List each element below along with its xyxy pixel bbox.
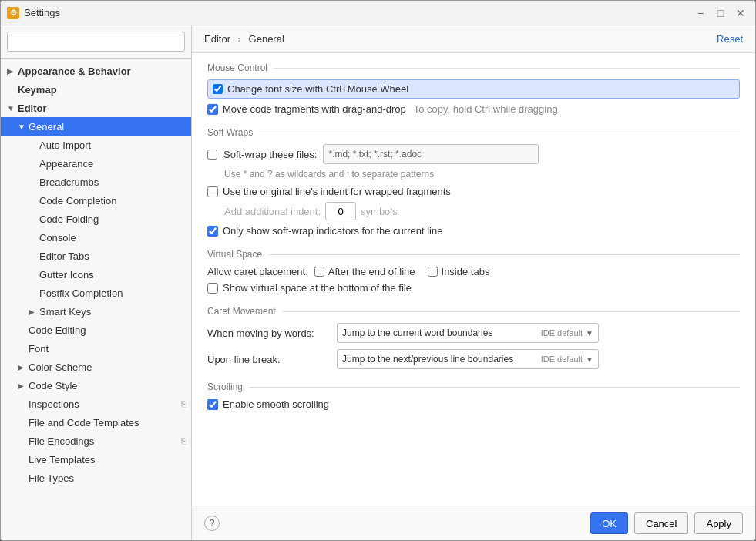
soft-wrap-indicators-checkbox[interactable] (207, 226, 218, 237)
sidebar-item-label: Inspections (29, 398, 79, 410)
additional-indent-input[interactable] (325, 202, 356, 220)
words-row: When moving by words: Jump to the curren… (207, 323, 740, 343)
chevron-down-icon: ▼ (586, 329, 593, 338)
sidebar-item-label: General (29, 121, 64, 133)
expand-arrow: ▶ (18, 363, 29, 371)
sidebar-item-label: File Types (29, 472, 74, 484)
main-panel: Editor › General Reset Mouse Control Cha… (192, 25, 755, 540)
linebreak-label: Upon line break: (207, 354, 331, 365)
show-virtual-space-label[interactable]: Show virtual space at the bottom of the … (223, 282, 412, 294)
end-of-line-label[interactable]: After the end of line (328, 266, 415, 277)
virtual-space-section: Virtual Space Allow caret placement: Aft… (207, 249, 740, 294)
inside-tabs-checkbox[interactable] (428, 267, 438, 277)
inside-tabs-item: Inside tabs (428, 266, 490, 277)
copy-icon: ⎘ (181, 436, 186, 445)
section-title: Scrolling (207, 381, 243, 392)
window-controls: − □ ✕ (692, 5, 749, 22)
sidebar-item-label: Console (39, 232, 76, 244)
smooth-scrolling-row: Enable smooth scrolling (207, 398, 740, 410)
sidebar-item-code-editing[interactable]: Code Editing (1, 321, 191, 339)
linebreak-dropdown[interactable]: Jump to the next/previous line boundarie… (337, 349, 599, 369)
sidebar-item-breadcrumbs[interactable]: Breadcrumbs (1, 173, 191, 191)
help-button[interactable]: ? (204, 516, 220, 531)
section-header-scrolling: Scrolling (207, 381, 740, 392)
sidebar-item-label: File Encodings (29, 435, 94, 447)
breadcrumb: Editor › General (204, 33, 284, 45)
sidebar-item-code-style[interactable]: ▶ Code Style (1, 376, 191, 395)
breadcrumb-separator: › (238, 33, 241, 45)
expand-arrow: ▶ (29, 307, 39, 316)
sidebar-item-label: Code Completion (39, 195, 116, 207)
linebreak-row: Upon line break: Jump to the next/previo… (207, 349, 740, 369)
soft-wrap-files-checkbox[interactable] (207, 150, 217, 160)
sidebar-item-font[interactable]: Font (1, 339, 191, 358)
sidebar-item-label: Keymap (18, 84, 57, 96)
inside-tabs-label[interactable]: Inside tabs (442, 266, 490, 277)
sidebar-item-label: Gutter Icons (39, 269, 94, 281)
smooth-scrolling-checkbox[interactable] (207, 399, 218, 410)
end-of-line-checkbox[interactable] (314, 267, 324, 277)
soft-wrap-indicators-row: Only show soft-wrap indicators for the c… (207, 225, 740, 237)
additional-indent-row: Add additional indent: symbols (207, 202, 740, 220)
sidebar-item-general[interactable]: ▼ General (1, 117, 191, 136)
sidebar-item-postfix-completion[interactable]: Postfix Completion (1, 284, 191, 302)
sidebar-item-color-scheme[interactable]: ▶ Color Scheme (1, 358, 191, 376)
sidebar-item-label: Appearance & Behavior (18, 66, 131, 77)
window-title: Settings (24, 7, 692, 18)
apply-button[interactable]: Apply (694, 512, 743, 534)
drag-drop-checkbox[interactable] (207, 104, 218, 115)
sidebar-item-file-encodings[interactable]: File Encodings ⎘ (1, 432, 191, 450)
sidebar-item-auto-import[interactable]: Auto Import (1, 136, 191, 154)
original-indent-checkbox[interactable] (207, 186, 218, 197)
caret-placement-options: After the end of line Inside tabs (314, 266, 490, 277)
sidebar-item-keymap[interactable]: Keymap (1, 80, 191, 99)
mouse-control-section: Mouse Control Change font size with Ctrl… (207, 62, 740, 115)
search-input[interactable] (7, 32, 185, 52)
drag-drop-hint: To copy, hold Ctrl while dragging (414, 103, 558, 115)
smooth-scrolling-label[interactable]: Enable smooth scrolling (223, 398, 329, 410)
section-header-virtual-space: Virtual Space (207, 249, 740, 260)
maximize-button[interactable]: □ (712, 5, 729, 22)
sidebar-item-editor[interactable]: ▼ Editor (1, 99, 191, 117)
sidebar-item-smart-keys[interactable]: ▶ Smart Keys (1, 302, 191, 321)
sidebar: ▶ Appearance & Behavior Keymap ▼ Editor … (1, 25, 192, 540)
minimize-button[interactable]: − (692, 5, 709, 22)
section-title: Virtual Space (207, 249, 262, 260)
sidebar-item-label: Editor (18, 102, 47, 114)
soft-wrap-indicators-label[interactable]: Only show soft-wrap indicators for the c… (223, 225, 442, 237)
sidebar-item-label: Smart Keys (39, 306, 91, 318)
soft-wraps-section: Soft Wraps Soft-wrap these files: Use * … (207, 127, 740, 237)
soft-wrap-files-label[interactable]: Soft-wrap these files: (223, 149, 317, 160)
panel-body: Mouse Control Change font size with Ctrl… (192, 53, 755, 506)
chevron-down-icon: ▼ (586, 355, 593, 364)
sidebar-item-file-code-templates[interactable]: File and Code Templates (1, 413, 191, 432)
sidebar-item-file-types[interactable]: File Types (1, 469, 191, 487)
reset-button[interactable]: Reset (717, 33, 743, 45)
titlebar: ⚙ Settings − □ ✕ (1, 1, 755, 25)
original-indent-label[interactable]: Use the original line's indent for wrapp… (223, 186, 451, 197)
soft-wrap-files-input[interactable] (323, 144, 539, 164)
sidebar-item-label: Code Folding (39, 213, 99, 225)
drag-drop-row: Move code fragments with drag-and-drop T… (207, 103, 740, 115)
sidebar-item-inspections[interactable]: Inspections ⎘ (1, 395, 191, 413)
ctrl-wheel-label[interactable]: Change font size with Ctrl+Mouse Wheel (227, 83, 408, 95)
close-button[interactable]: ✕ (732, 5, 749, 22)
sidebar-item-console[interactable]: Console (1, 228, 191, 247)
ctrl-wheel-checkbox[interactable] (213, 84, 223, 94)
sidebar-item-appearance[interactable]: Appearance (1, 154, 191, 173)
additional-indent-label: Add additional indent: (224, 206, 321, 217)
show-virtual-space-checkbox[interactable] (207, 283, 218, 294)
sidebar-item-code-completion[interactable]: Code Completion (1, 191, 191, 210)
section-title: Soft Wraps (207, 127, 253, 138)
sidebar-item-appearance-behavior[interactable]: ▶ Appearance & Behavior (1, 62, 191, 80)
drag-drop-label[interactable]: Move code fragments with drag-and-drop (223, 103, 406, 115)
sidebar-item-editor-tabs[interactable]: Editor Tabs (1, 247, 191, 265)
cancel-button[interactable]: Cancel (634, 512, 688, 534)
sidebar-item-code-folding[interactable]: Code Folding (1, 210, 191, 228)
ok-button[interactable]: OK (590, 512, 628, 534)
sidebar-item-live-templates[interactable]: Live Templates (1, 450, 191, 469)
sidebar-item-gutter-icons[interactable]: Gutter Icons (1, 265, 191, 284)
words-dropdown[interactable]: Jump to the current word boundaries IDE … (337, 323, 599, 343)
sidebar-item-label: Editor Tabs (39, 250, 89, 262)
caret-placement-row: Allow caret placement: After the end of … (207, 266, 740, 277)
